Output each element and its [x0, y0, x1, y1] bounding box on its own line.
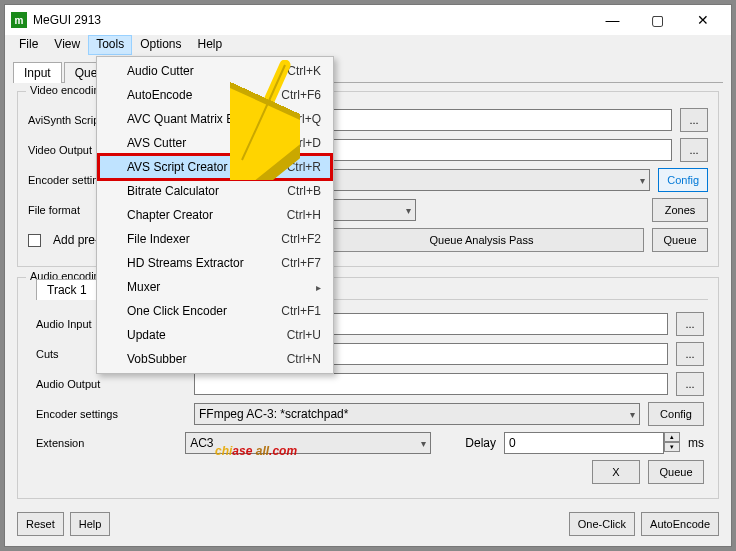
menu-item-one-click-encoder[interactable]: One Click EncoderCtrl+F1 — [99, 299, 331, 323]
menu-help[interactable]: Help — [190, 35, 231, 55]
menu-item-avc-quant-matrix-editor[interactable]: AVC Quant Matrix EditorCtrl+Q — [99, 107, 331, 131]
menu-item-bitrate-calculator[interactable]: Bitrate CalculatorCtrl+B — [99, 179, 331, 203]
video-queue-button[interactable]: Queue — [652, 228, 708, 252]
tools-dropdown: Audio CutterCtrl+KAutoEncodeCtrl+F6AVC Q… — [96, 56, 334, 374]
footer-bar: Reset Help One-Click AutoEncode — [5, 506, 731, 542]
avisynth-browse-button[interactable]: ... — [680, 108, 708, 132]
video-output-browse-button[interactable]: ... — [680, 138, 708, 162]
minimize-button[interactable]: — — [590, 6, 635, 34]
audio-queue-button[interactable]: Queue — [648, 460, 704, 484]
menu-tools[interactable]: Tools — [88, 35, 132, 55]
menu-item-autoencode[interactable]: AutoEncodeCtrl+F6 — [99, 83, 331, 107]
audio-input-browse-button[interactable]: ... — [676, 312, 704, 336]
audio-encoder-value: FFmpeg AC-3: *scratchpad* — [199, 407, 348, 421]
menu-options[interactable]: Options — [132, 35, 189, 55]
help-button[interactable]: Help — [70, 512, 111, 536]
menu-item-vobsubber[interactable]: VobSubberCtrl+N — [99, 347, 331, 371]
autoencode-button[interactable]: AutoEncode — [641, 512, 719, 536]
menu-file[interactable]: File — [11, 35, 46, 55]
menu-item-avs-cutter[interactable]: AVS CutterCtrl+D — [99, 131, 331, 155]
add-prejob-checkbox[interactable] — [28, 234, 41, 247]
reset-button[interactable]: Reset — [17, 512, 64, 536]
oneclick-button[interactable]: One-Click — [569, 512, 635, 536]
app-icon: m — [11, 12, 27, 28]
delay-label: Delay — [465, 436, 496, 450]
audio-encoder-combo[interactable]: FFmpeg AC-3: *scratchpad* — [194, 403, 640, 425]
extension-label: Extension — [36, 437, 177, 449]
menu-item-chapter-creator[interactable]: Chapter CreatorCtrl+H — [99, 203, 331, 227]
audio-config-button[interactable]: Config — [648, 402, 704, 426]
delay-input[interactable] — [504, 432, 664, 454]
extension-combo[interactable]: AC3 — [185, 432, 430, 454]
titlebar: m MeGUI 2913 — ▢ ✕ — [5, 5, 731, 35]
audio-output-browse-button[interactable]: ... — [676, 372, 704, 396]
delay-spinner[interactable]: ▴▾ — [664, 432, 680, 454]
tab-track1[interactable]: Track 1 — [36, 279, 98, 300]
maximize-button[interactable]: ▢ — [635, 6, 680, 34]
ms-label: ms — [688, 436, 704, 450]
window-title: MeGUI 2913 — [33, 13, 590, 27]
menu-item-file-indexer[interactable]: File IndexerCtrl+F2 — [99, 227, 331, 251]
menubar: File View Tools Options Help — [5, 35, 731, 55]
menu-item-update[interactable]: UpdateCtrl+U — [99, 323, 331, 347]
menu-item-hd-streams-extractor[interactable]: HD Streams ExtractorCtrl+F7 — [99, 251, 331, 275]
menu-item-muxer[interactable]: Muxer — [99, 275, 331, 299]
queue-analysis-button[interactable]: Queue Analysis Pass — [319, 228, 644, 252]
audio-output-label: Audio Output — [36, 378, 186, 390]
cuts-browse-button[interactable]: ... — [676, 342, 704, 366]
zones-button[interactable]: Zones — [652, 198, 708, 222]
close-button[interactable]: ✕ — [680, 6, 725, 34]
menu-view[interactable]: View — [46, 35, 88, 55]
menu-item-avs-script-creator[interactable]: AVS Script CreatorCtrl+R — [99, 155, 331, 179]
extension-value: AC3 — [190, 436, 213, 450]
app-window: m MeGUI 2913 — ▢ ✕ File View Tools Optio… — [4, 4, 732, 547]
video-config-button[interactable]: Config — [658, 168, 708, 192]
tab-input[interactable]: Input — [13, 62, 62, 83]
menu-item-audio-cutter[interactable]: Audio CutterCtrl+K — [99, 59, 331, 83]
audio-output-input[interactable] — [194, 373, 668, 395]
audio-x-button[interactable]: X — [592, 460, 640, 484]
audio-encoder-label: Encoder settings — [36, 408, 186, 420]
